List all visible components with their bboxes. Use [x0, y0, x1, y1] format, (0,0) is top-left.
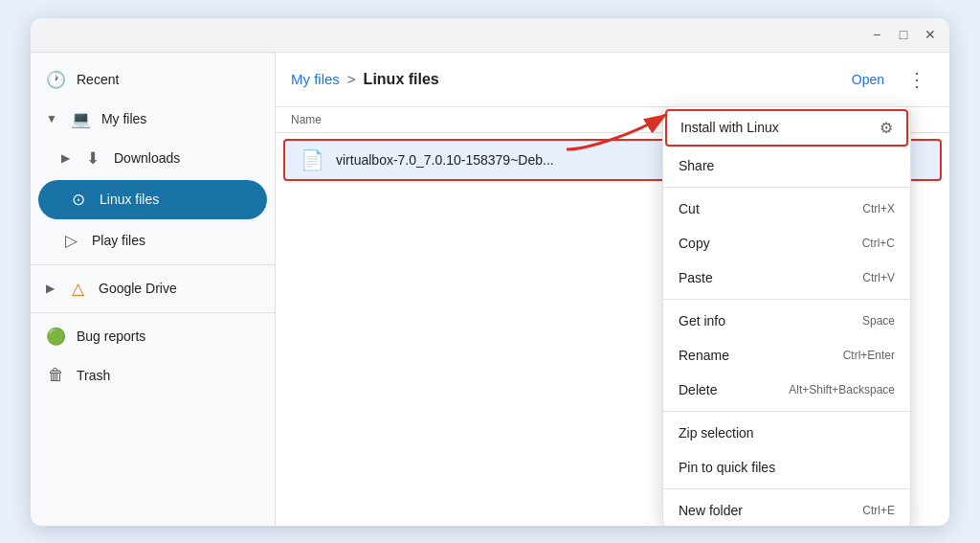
menu-item-label: Install with Linux [680, 120, 779, 135]
sidebar-divider [31, 312, 275, 313]
sidebar-item-label: Trash [77, 368, 110, 383]
sidebar-item-label: Bug reports [77, 328, 145, 344]
open-button[interactable]: Open [844, 68, 892, 91]
sidebar-item-label: My files [101, 111, 146, 126]
window-controls: − □ ✕ [867, 25, 940, 44]
menu-item-label: Rename [679, 348, 729, 363]
context-menu-item-cut[interactable]: Cut Ctrl+X [663, 192, 910, 226]
menu-divider [663, 488, 910, 489]
download-icon: ⬇ [83, 148, 102, 169]
panel-header: My files > Linux files Open ⋮ [276, 53, 949, 107]
breadcrumb-separator: > [347, 71, 356, 87]
menu-item-label: Get info [679, 313, 725, 328]
menu-item-label: Share [679, 158, 714, 173]
menu-item-label: Copy [679, 236, 710, 251]
sidebar-item-play-files[interactable]: ▷ Play files [31, 221, 275, 260]
sidebar-item-label: Google Drive [99, 281, 177, 296]
context-menu-item-rename[interactable]: Rename Ctrl+Enter [663, 338, 910, 373]
main-panel: My files > Linux files Open ⋮ Name Size … [276, 53, 949, 526]
context-menu: Install with Linux ⚙ Share Cut Ctrl+X Co… [662, 106, 911, 526]
computer-icon: 💻 [71, 109, 90, 129]
more-options-button[interactable]: ⋮ [900, 64, 934, 95]
context-menu-item-new-folder[interactable]: New folder Ctrl+E [663, 493, 910, 526]
sidebar-item-linux-files[interactable]: ⊙ Linux files [38, 180, 267, 219]
minimize-button[interactable]: − [867, 25, 886, 44]
menu-item-label: New folder [679, 503, 743, 518]
gear-icon: ⚙ [880, 119, 893, 137]
sidebar-divider [31, 264, 275, 265]
sidebar-item-google-drive[interactable]: ▶ △ Google Drive [31, 269, 275, 308]
menu-divider [663, 299, 910, 300]
expand-arrow-icon: ▶ [46, 282, 55, 295]
file-type-icon: 📄 [301, 148, 324, 171]
context-menu-item-pin[interactable]: Pin to quick files [663, 450, 910, 485]
bug-icon: 🟢 [46, 327, 65, 347]
clock-icon: 🕐 [46, 70, 65, 90]
menu-item-shortcut: Ctrl+V [862, 271, 895, 284]
context-menu-item-delete[interactable]: Delete Alt+Shift+Backspace [663, 373, 910, 407]
sidebar-item-my-files[interactable]: ▼ 💻 My files [31, 100, 275, 139]
content-area: 🕐 Recent ▼ 💻 My files ▶ ⬇ Downloads ⊙ Li… [31, 53, 949, 526]
sidebar-item-label: Play files [92, 233, 145, 248]
menu-item-shortcut: Ctrl+E [862, 504, 895, 517]
context-menu-item-paste[interactable]: Paste Ctrl+V [663, 260, 910, 295]
expand-arrow-icon: ▼ [46, 112, 57, 125]
context-menu-item-copy[interactable]: Copy Ctrl+C [663, 226, 910, 260]
files-window: − □ ✕ 🕐 Recent ▼ 💻 My files ▶ ⬇ Downlo [31, 18, 949, 526]
menu-item-shortcut: Ctrl+X [862, 202, 895, 215]
play-icon: ▷ [61, 231, 80, 251]
sidebar: 🕐 Recent ▼ 💻 My files ▶ ⬇ Downloads ⊙ Li… [31, 53, 276, 526]
expand-arrow-icon: ▶ [61, 151, 70, 165]
context-menu-item-get-info[interactable]: Get info Space [663, 304, 910, 338]
menu-item-label: Delete [679, 382, 717, 397]
sidebar-item-downloads[interactable]: ▶ ⬇ Downloads [31, 139, 275, 178]
title-bar: − □ ✕ [31, 18, 949, 53]
trash-icon: 🗑 [46, 366, 65, 385]
menu-item-shortcut: Ctrl+Enter [843, 349, 895, 362]
drive-icon: △ [68, 279, 87, 299]
linux-icon: ⊙ [69, 190, 88, 210]
menu-item-shortcut: Alt+Shift+Backspace [789, 383, 895, 396]
menu-divider [663, 187, 910, 188]
context-menu-item-zip[interactable]: Zip selection [663, 416, 910, 450]
menu-item-shortcut: Ctrl+C [862, 237, 895, 250]
breadcrumb-parent[interactable]: My files [291, 71, 340, 87]
menu-item-shortcut: Space [862, 314, 895, 328]
sidebar-item-trash[interactable]: 🗑 Trash [31, 356, 275, 395]
menu-item-label: Pin to quick files [679, 460, 775, 475]
menu-item-label: Zip selection [679, 425, 754, 441]
sidebar-item-label: Linux files [100, 192, 159, 207]
menu-divider [663, 411, 910, 412]
sidebar-item-label: Recent [77, 72, 119, 87]
breadcrumb-current: Linux files [364, 71, 439, 88]
maximize-button[interactable]: □ [894, 25, 913, 44]
sidebar-item-label: Downloads [114, 150, 180, 166]
close-button[interactable]: ✕ [921, 25, 940, 44]
sidebar-item-recent[interactable]: 🕐 Recent [31, 60, 275, 100]
sidebar-item-bug-reports[interactable]: 🟢 Bug reports [31, 317, 275, 356]
context-menu-item-share[interactable]: Share [663, 148, 910, 183]
menu-item-label: Paste [679, 270, 713, 285]
context-menu-item-install-linux[interactable]: Install with Linux ⚙ [665, 109, 908, 147]
menu-item-label: Cut [679, 201, 700, 216]
